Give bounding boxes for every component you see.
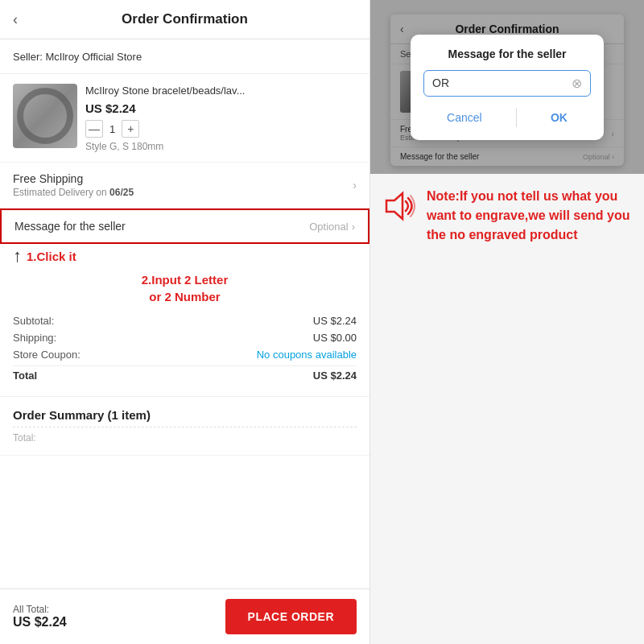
subtotal-value: US $2.24 (313, 315, 357, 327)
dialog-input-container: OR ⊗ (423, 70, 591, 97)
shipping-subtitle: Estimated Delivery on 06/25 (13, 187, 134, 198)
coupon-row: Store Coupon: No coupons available (13, 349, 357, 361)
product-name: McIlroy Stone bracelet/beads/lav... (85, 84, 357, 98)
dialog-cancel-button[interactable]: Cancel (434, 108, 495, 127)
message-optional: Optional (309, 221, 348, 233)
right-panel: ‹ Order Confirmation Seller: McIlroy Off… (370, 0, 644, 644)
dialog-input[interactable]: OR (432, 76, 567, 89)
left-footer: All Total: US $2.24 PLACE ORDER (0, 588, 369, 644)
page-title: Order Confirmation (122, 11, 248, 27)
dialog-title: Message for the seller (423, 47, 591, 60)
seller-label: Seller: McIlroy Official Store (13, 51, 142, 63)
order-summary-title: Order Summary (1 item) (13, 408, 357, 422)
product-info: McIlroy Stone bracelet/beads/lav... US $… (85, 84, 357, 152)
left-panel: ‹ Order Confirmation Seller: McIlroy Off… (0, 0, 370, 644)
total-row: Total US $2.24 (13, 365, 357, 382)
all-total-label: All Total: (13, 604, 67, 615)
shipping-chevron-icon: › (353, 179, 357, 192)
shipping-row[interactable]: Free Shipping Estimated Delivery on 06/2… (0, 163, 369, 208)
product-variant: Style G, S 180mm (85, 141, 357, 152)
product-image (13, 84, 77, 148)
dialog-divider (516, 108, 517, 127)
total-label: Total (13, 369, 37, 382)
order-summary-total-row: Total: (13, 427, 357, 444)
coupon-value: No coupons available (257, 349, 357, 361)
total-value: US $2.24 (313, 369, 357, 382)
note-text: Note:If you not tell us what you want to… (427, 187, 633, 245)
message-label: Message for the seller (14, 220, 126, 233)
dialog-buttons: Cancel OK (423, 108, 591, 127)
phone-mockup: ‹ Order Confirmation Seller: McIlroy Off… (390, 14, 624, 166)
quantity-controls: — 1 + (85, 120, 357, 138)
message-for-seller-row[interactable]: Message for the seller Optional › (0, 208, 369, 244)
subtotal-row: Subtotal: US $2.24 (13, 315, 357, 327)
back-icon[interactable]: ‹ (13, 11, 18, 28)
place-order-button[interactable]: PLACE ORDER (225, 599, 357, 634)
note-section: Note:If you not tell us what you want to… (370, 174, 644, 258)
qty-increase-button[interactable]: + (122, 120, 139, 138)
dialog-ok-button[interactable]: OK (538, 108, 580, 127)
svg-marker-0 (386, 193, 402, 219)
step1-annotation: 1.Click it (27, 250, 76, 263)
qty-decrease-button[interactable]: — (85, 120, 103, 138)
totals-section: Subtotal: US $2.24 Shipping: US $0.00 St… (0, 305, 369, 397)
order-summary-section: Order Summary (1 item) Total: (0, 397, 369, 456)
dialog-overlay: Message for the seller OR ⊗ Cancel OK (390, 14, 624, 166)
shipping-title: Free Shipping (13, 172, 134, 185)
coupon-label: Store Coupon: (13, 349, 80, 361)
step2-annotation: 2.Input 2 Letteror 2 Number (13, 271, 357, 305)
message-chevron-icon: › (352, 221, 355, 233)
arrow-click-icon: ↑ (13, 246, 22, 266)
shipping-info: Free Shipping Estimated Delivery on 06/2… (13, 172, 134, 198)
qty-value: 1 (109, 123, 115, 135)
step2-annotation-area: 2.Input 2 Letteror 2 Number (0, 266, 369, 305)
left-content: Seller: McIlroy Official Store McIlroy S… (0, 39, 369, 588)
shipping-cost-row: Shipping: US $0.00 (13, 332, 357, 344)
right-top: ‹ Order Confirmation Seller: McIlroy Off… (370, 0, 644, 174)
subtotal-label: Subtotal: (13, 315, 54, 327)
message-right: Optional › (309, 221, 355, 233)
product-price: US $2.24 (85, 101, 357, 115)
shipping-cost-label: Shipping: (13, 332, 56, 344)
product-row: McIlroy Stone bracelet/beads/lav... US $… (0, 74, 369, 163)
seller-section: Seller: McIlroy Official Store (0, 39, 369, 74)
message-dialog: Message for the seller OR ⊗ Cancel OK (411, 35, 604, 140)
dialog-clear-icon[interactable]: ⊗ (572, 76, 582, 91)
shipping-cost-value: US $0.00 (313, 332, 357, 344)
all-total-block: All Total: US $2.24 (13, 604, 67, 630)
speaker-icon (382, 190, 417, 225)
left-header: ‹ Order Confirmation (0, 0, 369, 39)
all-total-price: US $2.24 (13, 615, 67, 630)
